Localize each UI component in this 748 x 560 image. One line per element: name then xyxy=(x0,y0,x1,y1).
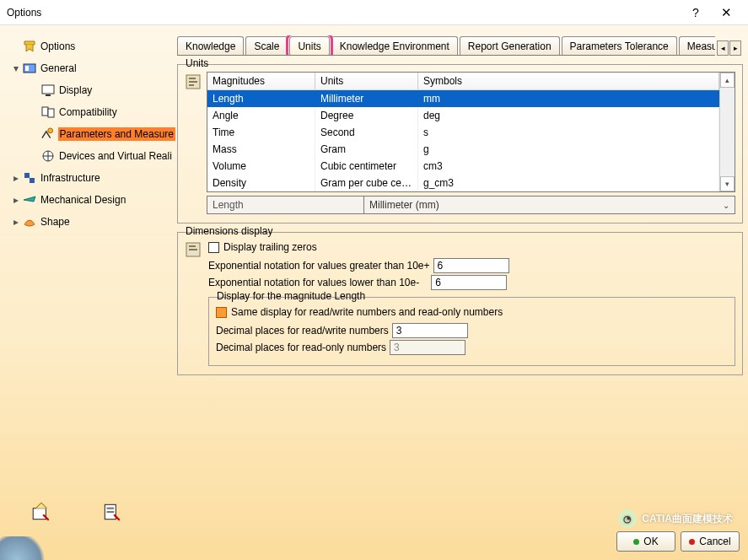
trailing-zeros-label: Display trailing zeros xyxy=(223,241,317,253)
tree-item-label: Options xyxy=(40,40,75,52)
tree-item-label: Devices and Virtual Reali xyxy=(59,150,172,162)
exp-low-input[interactable]: 6 xyxy=(431,275,507,290)
svg-rect-11 xyxy=(189,78,196,79)
config-icon[interactable] xyxy=(185,73,202,90)
cell-unit: Cubic centimeter xyxy=(315,158,418,175)
cell-magnitude: Density xyxy=(207,175,315,191)
twisty-icon[interactable]: ▸ xyxy=(12,216,20,228)
tab-units[interactable]: Units xyxy=(289,36,329,56)
unit-selector-label: Length xyxy=(207,197,364,213)
tree-item-general[interactable]: ▾General xyxy=(12,59,175,78)
same-display-row[interactable]: Same display for read/write numbers and … xyxy=(216,306,728,318)
tree-item-label: General xyxy=(40,62,77,74)
tree-item-label: Compatibility xyxy=(59,106,117,118)
exp-high-input[interactable]: 6 xyxy=(433,258,509,273)
svg-rect-13 xyxy=(189,84,194,86)
svg-rect-12 xyxy=(189,81,197,83)
cell-symbol: s xyxy=(418,124,719,141)
col-symbols[interactable]: Symbols xyxy=(418,73,719,89)
cell-unit: Degree xyxy=(315,107,418,124)
tree-item-label: Shape xyxy=(40,216,70,228)
config-icon[interactable] xyxy=(185,241,202,258)
dimensions-group: Dimensions display Display trailing zero… xyxy=(177,232,743,375)
svg-point-6 xyxy=(48,128,53,133)
cell-symbol: deg xyxy=(418,107,719,124)
export-icon[interactable] xyxy=(101,501,123,523)
tree-item-display[interactable]: Display xyxy=(12,81,175,100)
table-row[interactable]: TimeSeconds xyxy=(207,124,719,141)
tab-strip: KnowledgeScaleUnitsKnowledge Environment… xyxy=(177,35,715,56)
unit-selector-value[interactable]: Millimeter (mm) ⌄ xyxy=(364,197,735,213)
table-row[interactable]: MassGramg xyxy=(207,141,719,158)
svg-rect-2 xyxy=(42,85,54,94)
tree-item-parameters-and-measure[interactable]: Parameters and Measure xyxy=(12,125,175,143)
tab-knowledge[interactable]: Knowledge xyxy=(177,36,244,56)
reset-icon[interactable] xyxy=(30,501,52,523)
twisty-icon[interactable]: ▸ xyxy=(12,172,20,184)
svg-rect-17 xyxy=(33,509,46,520)
table-row[interactable]: AngleDegreedeg xyxy=(207,107,719,124)
tree-item-label: Infrastructure xyxy=(40,172,100,184)
table-row[interactable]: DensityGram per cube cen...g_cm3 xyxy=(207,175,719,191)
svg-rect-5 xyxy=(48,109,54,117)
checkbox-icon[interactable] xyxy=(208,242,219,253)
tree-item-options[interactable]: Options xyxy=(12,37,175,56)
tree-item-infrastructure[interactable]: ▸Infrastructure xyxy=(12,169,175,187)
tree-item-devices-and-virtual-reali[interactable]: Devices and Virtual Reali xyxy=(12,147,175,165)
units-table-header: Magnitudes Units Symbols xyxy=(207,73,719,90)
help-button[interactable]: ? xyxy=(681,1,711,24)
tab-scale[interactable]: Scale xyxy=(245,36,288,56)
infra-icon xyxy=(22,170,37,186)
ok-dot-icon xyxy=(633,539,639,545)
cancel-button[interactable]: Cancel xyxy=(681,531,740,552)
units-table[interactable]: Magnitudes Units Symbols LengthMillimete… xyxy=(207,72,735,192)
tree-item-compatibility[interactable]: Compatibility xyxy=(12,103,175,121)
scroll-down-icon[interactable]: ▾ xyxy=(720,176,735,191)
tab-scroll-right[interactable]: ▸ xyxy=(729,40,741,56)
tree-item-label: Mechanical Design xyxy=(40,194,126,206)
watermark-text: CATIA曲面建模技术 xyxy=(642,512,733,526)
twisty-icon[interactable]: ▸ xyxy=(12,194,20,206)
titlebar: Options ? ✕ xyxy=(0,0,748,25)
tree-item-mechanical-design[interactable]: ▸Mechanical Design xyxy=(12,191,175,209)
tab-measu[interactable]: Measu xyxy=(679,36,715,56)
wechat-icon: ◔ xyxy=(618,509,637,528)
twisty-icon[interactable]: ▾ xyxy=(12,62,20,74)
scroll-track[interactable] xyxy=(720,88,735,176)
tab-knowledge-environment[interactable]: Knowledge Environment xyxy=(331,36,458,56)
decoration xyxy=(0,536,49,560)
tree-item-shape[interactable]: ▸Shape xyxy=(12,213,175,231)
same-display-label: Same display for read/write numbers and … xyxy=(231,306,503,318)
checkbox-checked-icon[interactable] xyxy=(216,307,227,318)
svg-rect-1 xyxy=(25,66,29,71)
dec-ro-input: 3 xyxy=(390,340,465,355)
tab-scroll-left[interactable]: ◂ xyxy=(717,40,729,56)
close-button[interactable]: ✕ xyxy=(711,1,741,24)
scroll-up-icon[interactable]: ▴ xyxy=(720,73,735,88)
tab-report-generation[interactable]: Report Generation xyxy=(460,36,560,56)
content-pane: KnowledgeScaleUnitsKnowledge Environment… xyxy=(175,25,748,560)
cell-magnitude: Angle xyxy=(207,107,315,124)
cell-magnitude: Volume xyxy=(207,158,315,175)
dec-rw-input[interactable]: 3 xyxy=(392,323,468,338)
exp-high-label: Exponential notation for values greater … xyxy=(208,260,430,272)
svg-rect-16 xyxy=(189,249,197,250)
svg-rect-15 xyxy=(189,245,196,247)
ok-button[interactable]: OK xyxy=(616,531,675,552)
chevron-down-icon: ⌄ xyxy=(723,201,729,210)
dimensions-legend: Dimensions display xyxy=(183,225,275,237)
nav-tree: Options▾GeneralDisplayCompatibilityParam… xyxy=(0,25,175,560)
col-magnitudes[interactable]: Magnitudes xyxy=(207,73,315,89)
table-scrollbar[interactable]: ▴ ▾ xyxy=(719,73,735,191)
tab-parameters-tolerance[interactable]: Parameters Tolerance xyxy=(562,36,677,56)
col-units[interactable]: Units xyxy=(315,73,418,89)
unit-selector-text: Millimeter (mm) xyxy=(369,199,439,211)
table-row[interactable]: LengthMillimetermm xyxy=(207,90,719,107)
cell-unit: Gram xyxy=(315,141,418,158)
magnitude-legend: Display for the magnitude Length xyxy=(214,290,368,302)
unit-selector[interactable]: Length Millimeter (mm) ⌄ xyxy=(207,196,735,214)
table-row[interactable]: VolumeCubic centimetercm3 xyxy=(207,158,719,175)
compat-icon xyxy=(40,105,56,120)
tab-scroll: ◂ ▸ xyxy=(715,40,743,56)
trailing-zeros-row[interactable]: Display trailing zeros xyxy=(208,241,735,253)
